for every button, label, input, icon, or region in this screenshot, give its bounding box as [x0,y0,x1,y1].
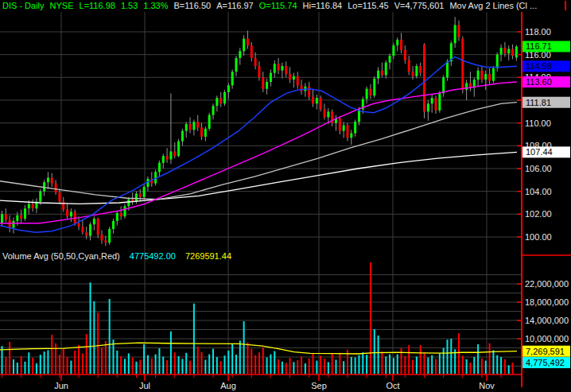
volume-bar [266,358,268,374]
volume-bar [32,358,33,374]
volume-bar [496,355,498,374]
candle-down [62,202,64,210]
price-tick-label: 110.00 [525,118,551,128]
volume-tick-label: 14,000,000 [525,316,569,325]
candle-up [135,194,138,202]
volume-bar [489,343,491,374]
candle-up [28,204,30,208]
candle-down [81,227,84,232]
volume-bar [286,363,287,374]
candle-up [392,45,394,56]
volume-bar [90,282,91,374]
volume-bar [309,359,310,374]
volume-bar [24,362,25,374]
volume-bar [40,355,41,374]
volume-bar [251,349,252,374]
candle-up [39,192,41,202]
month-label: Sep [311,381,327,390]
white-ma [0,152,517,204]
volume-bar [67,357,68,374]
volume-bar [324,359,325,374]
volume-bar [44,351,45,374]
volume-bar [412,359,414,374]
volume-bar [105,341,107,374]
volume-bar [147,355,149,374]
candle-down [320,98,322,109]
volume-bar [262,347,264,374]
volume-bar [420,345,421,374]
volume-bar [36,363,37,374]
volume-bar [139,359,141,374]
candle-up [343,126,345,131]
volume-bar [466,359,468,374]
candle-up [350,134,352,138]
volume-bar [389,355,390,374]
axis-value-box-label: 7,269,591 [526,347,565,356]
candle-down [400,40,402,50]
volume-bar [362,352,363,374]
candle-up [123,206,126,216]
candle-down [66,210,68,217]
candle-up [442,77,445,93]
volume-bar [227,351,229,374]
volume-bar [201,352,203,374]
volume-bar [366,355,367,374]
month-label: Oct [386,381,399,390]
candle-up [454,25,456,43]
candle-down [324,109,326,117]
volume-bar [155,355,157,374]
candle-down [278,64,280,71]
volume-bar [158,348,160,374]
candle-up [316,98,318,103]
volume-bar [151,359,153,374]
volume-bar [74,351,76,374]
volume-bar [427,358,429,374]
volume-bar [231,344,233,374]
gridlines [0,12,522,375]
candle-up [484,74,487,80]
volume-bar [112,340,114,374]
candle-down [200,127,203,136]
axis-value-box-label: 111.81 [526,98,551,107]
axis-value-box-label: 114.98 [526,61,552,71]
volume-avg-value-cyan: 4775492.00 [130,251,176,261]
volume-bar [124,359,126,374]
candle-up [496,55,499,68]
volume-bar [78,345,80,374]
candle-down [251,45,253,58]
volume-bar [28,352,29,374]
candle-up [427,103,429,111]
candle-down [511,49,514,56]
candle-up [243,39,245,52]
candle-down [297,76,299,85]
volume-bar [166,360,168,374]
volume-bar [458,333,460,374]
volume-bar [82,353,84,374]
volume-bar [435,359,437,374]
volume-bar [223,355,225,374]
candle-down [308,87,310,97]
candle-up [377,71,379,79]
chart-canvas[interactable]: 118.00116.00114.00112.00110.00108.00106.… [0,0,571,392]
volume-bar [289,358,291,374]
candle-down [480,71,483,80]
candle-up [327,111,329,117]
candle-up [108,229,111,243]
candle-up [389,56,391,63]
candle-down [435,98,437,111]
candle-up [185,124,188,131]
volume-bar [508,365,510,374]
volume-bar [397,355,398,374]
volume-bar [374,329,375,374]
volume-bar [431,355,433,374]
volume-bar [128,353,130,374]
price-tick-label: 104.00 [525,187,552,196]
volume-bar [185,353,187,374]
volume-bar [313,353,314,374]
candle-up [127,200,130,207]
candle-up [169,151,172,159]
candle-up [89,224,91,235]
candle-up [208,115,211,129]
volume-bar [332,354,333,374]
axis-value-box-label: 107.44 [526,147,553,157]
